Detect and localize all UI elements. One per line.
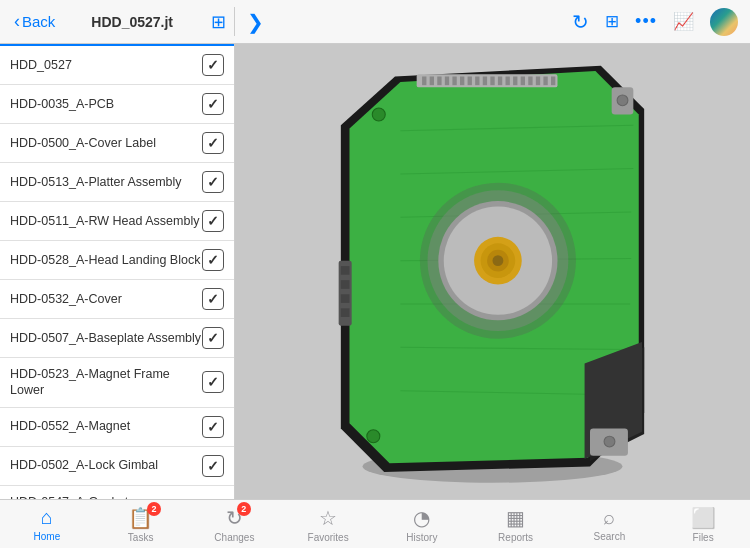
- list-item[interactable]: HDD-0547_A-Gasket Feedthrough: [0, 486, 234, 500]
- changes-tab-icon: ↻2: [226, 506, 243, 530]
- list-item[interactable]: HDD-0528_A-Head Landing Block: [0, 241, 234, 280]
- list-item-checkbox[interactable]: [202, 54, 224, 76]
- svg-rect-51: [341, 308, 350, 317]
- list-item-checkbox[interactable]: [202, 93, 224, 115]
- chart-icon[interactable]: 📈: [673, 11, 694, 32]
- list-item-label: HDD-0532_A-Cover: [10, 291, 202, 307]
- svg-rect-14: [445, 77, 449, 86]
- app-header: ‹ Back HDD_0527.jt ⊞ ❯ ↻ ⊞ ••• 📈: [0, 0, 750, 44]
- list-item-label: HDD_0527: [10, 57, 202, 73]
- chevron-icon: ❯: [247, 10, 264, 34]
- list-item-label: HDD-0552_A-Magnet: [10, 418, 202, 434]
- svg-rect-49: [341, 280, 350, 289]
- list-item-checkbox[interactable]: [202, 327, 224, 349]
- svg-rect-13: [437, 77, 441, 86]
- svg-rect-17: [468, 77, 472, 86]
- svg-rect-27: [543, 77, 547, 86]
- tab-changes[interactable]: ↻2Changes: [188, 500, 282, 548]
- back-label: Back: [22, 13, 55, 30]
- list-item[interactable]: HDD_0527: [0, 44, 234, 85]
- tab-home[interactable]: ⌂Home: [0, 500, 94, 548]
- parts-list: HDD_0527HDD-0035_A-PCBHDD-0500_A-Cover L…: [0, 44, 235, 499]
- tab-search[interactable]: ⌕Search: [563, 500, 657, 548]
- hdd-3d-model: [235, 44, 750, 499]
- home-tab-icon: ⌂: [41, 506, 53, 529]
- tab-tasks[interactable]: 📋2Tasks: [94, 500, 188, 548]
- favorites-tab-label: Favorites: [308, 532, 349, 543]
- list-view-icon[interactable]: ⊞: [203, 11, 234, 33]
- list-item[interactable]: HDD-0513_A-Platter Assembly: [0, 163, 234, 202]
- svg-rect-21: [498, 77, 502, 86]
- tasks-tab-label: Tasks: [128, 532, 154, 543]
- grid-icon[interactable]: ⊞: [605, 11, 619, 32]
- list-item[interactable]: HDD-0532_A-Cover: [0, 280, 234, 319]
- search-tab-label: Search: [594, 531, 626, 542]
- tab-favorites[interactable]: ☆Favorites: [281, 500, 375, 548]
- svg-rect-12: [430, 77, 434, 86]
- svg-rect-23: [513, 77, 517, 86]
- svg-rect-15: [452, 77, 456, 86]
- list-item-checkbox[interactable]: [202, 171, 224, 193]
- svg-rect-24: [521, 77, 525, 86]
- list-item-checkbox[interactable]: [202, 371, 224, 393]
- header-right: ❯ ↻ ⊞ ••• 📈: [235, 8, 750, 36]
- files-tab-label: Files: [693, 532, 714, 543]
- 3d-viewport[interactable]: [235, 44, 750, 499]
- list-item-label: HDD-0500_A-Cover Label: [10, 135, 202, 151]
- search-tab-icon: ⌕: [603, 506, 615, 529]
- list-item[interactable]: HDD-0511_A-RW Head Assembly: [0, 202, 234, 241]
- home-tab-label: Home: [34, 531, 61, 542]
- favorites-tab-icon: ☆: [319, 506, 337, 530]
- list-item-label: HDD-0528_A-Head Landing Block: [10, 252, 202, 268]
- history-tab-icon: ◔: [413, 506, 430, 530]
- svg-point-46: [604, 436, 615, 447]
- history-tab-label: History: [406, 532, 437, 543]
- list-item[interactable]: HDD-0552_A-Magnet: [0, 408, 234, 447]
- tab-reports[interactable]: ▦Reports: [469, 500, 563, 548]
- list-item[interactable]: HDD-0523_A-Magnet Frame Lower: [0, 358, 234, 408]
- svg-rect-28: [551, 77, 555, 86]
- list-item[interactable]: HDD-0035_A-PCB: [0, 85, 234, 124]
- back-button[interactable]: ‹ Back: [8, 7, 61, 36]
- list-item-label: HDD-0513_A-Platter Assembly: [10, 174, 202, 190]
- list-item[interactable]: HDD-0507_A-Baseplate Assembly: [0, 319, 234, 358]
- header-title: HDD_0527.jt: [61, 14, 203, 30]
- svg-rect-18: [475, 77, 479, 86]
- svg-rect-19: [483, 77, 487, 86]
- svg-point-42: [617, 95, 628, 106]
- tab-files[interactable]: ⬜Files: [656, 500, 750, 548]
- tasks-tab-icon: 📋2: [128, 506, 153, 530]
- svg-rect-11: [422, 77, 426, 86]
- back-arrow-icon: ‹: [14, 11, 20, 32]
- globe-icon[interactable]: [710, 8, 738, 36]
- list-item-label: HDD-0523_A-Magnet Frame Lower: [10, 366, 202, 399]
- list-item-label: HDD-0511_A-RW Head Assembly: [10, 213, 202, 229]
- svg-rect-48: [341, 266, 350, 275]
- svg-point-37: [372, 108, 385, 121]
- tab-history[interactable]: ◔History: [375, 500, 469, 548]
- list-item[interactable]: HDD-0500_A-Cover Label: [0, 124, 234, 163]
- nav-chevron[interactable]: ❯: [247, 10, 264, 34]
- files-tab-icon: ⬜: [691, 506, 716, 530]
- svg-rect-26: [536, 77, 540, 86]
- main-content: HDD_0527HDD-0035_A-PCBHDD-0500_A-Cover L…: [0, 44, 750, 499]
- list-item-checkbox[interactable]: [202, 288, 224, 310]
- list-item-checkbox[interactable]: [202, 132, 224, 154]
- svg-rect-16: [460, 77, 464, 86]
- more-icon[interactable]: •••: [635, 11, 657, 32]
- list-item-label: HDD-0502_A-Lock Gimbal: [10, 457, 202, 473]
- list-item-label: HDD-0035_A-PCB: [10, 96, 202, 112]
- changes-tab-label: Changes: [214, 532, 254, 543]
- reports-tab-label: Reports: [498, 532, 533, 543]
- svg-rect-50: [341, 294, 350, 303]
- reports-tab-icon: ▦: [506, 506, 525, 530]
- list-item-checkbox[interactable]: [202, 455, 224, 477]
- list-item-checkbox[interactable]: [202, 249, 224, 271]
- list-item-label: HDD-0507_A-Baseplate Assembly: [10, 330, 202, 346]
- list-item[interactable]: HDD-0502_A-Lock Gimbal: [0, 447, 234, 486]
- list-item-checkbox[interactable]: [202, 416, 224, 438]
- list-item-checkbox[interactable]: [202, 210, 224, 232]
- refresh-icon[interactable]: ↻: [572, 10, 589, 34]
- svg-rect-25: [528, 77, 532, 86]
- header-left: ‹ Back HDD_0527.jt ⊞: [0, 7, 235, 36]
